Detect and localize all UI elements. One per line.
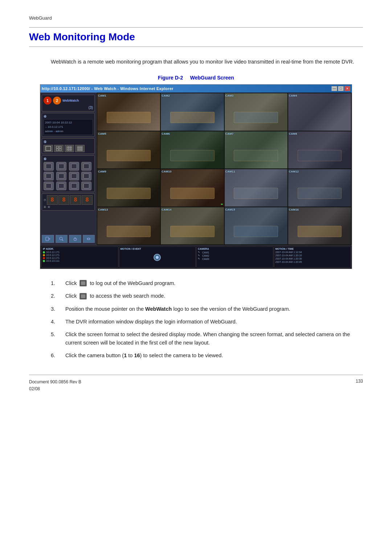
num6-label: ⑥ — [44, 157, 93, 161]
search-btn[interactable] — [56, 235, 68, 243]
camera-cell-8[interactable]: CAM8 — [288, 131, 351, 169]
cam-range-end: 16 — [134, 353, 140, 358]
svg-rect-17 — [82, 146, 82, 147]
cam-btn-3[interactable] — [69, 162, 79, 171]
instruction-text-2: Click to access the web search mode. — [65, 292, 356, 300]
cam-btn-10[interactable] — [56, 182, 66, 190]
cam-btn-4[interactable] — [81, 162, 91, 171]
digit-btn-1[interactable]: 8 — [47, 195, 58, 205]
cam-label-13: CAM13 — [98, 208, 108, 211]
camera-cell-7[interactable]: CAM7 — [225, 131, 287, 169]
info-line-2: -- 10.0.12.171 — [45, 125, 91, 129]
webwatch-label: WebWatch — [62, 99, 79, 102]
cam-btn-2[interactable] — [56, 162, 66, 171]
logo-circle-1[interactable]: 1 — [44, 97, 52, 105]
camera-cell-1[interactable]: CAM1 — [97, 93, 160, 131]
svg-rect-12 — [69, 150, 70, 151]
dvr-sidebar: 1 2 WebWatch (3) ④ 2007-10-04 10:22:12 -… — [40, 93, 97, 245]
camera-cell-16[interactable]: CAM16 — [288, 207, 351, 245]
status-col-ip-title: IP ADDR. — [43, 248, 117, 250]
cam-btn-9[interactable] — [44, 182, 54, 190]
camera-cell-2[interactable]: CAM2 — [161, 93, 224, 131]
cam-btn-7[interactable] — [69, 172, 79, 180]
logout-btn[interactable] — [42, 235, 54, 243]
num5-label: ⑤ — [44, 140, 93, 144]
instruction-text-5: Click the screen format to select the de… — [65, 330, 356, 347]
camera-cell-14[interactable]: CAM14 — [161, 207, 224, 245]
instruction-num-3: 3. — [51, 305, 65, 313]
svg-rect-29 — [82, 150, 82, 151]
cam-label-8: CAM8 — [289, 132, 297, 135]
cam-label-5: CAM5 — [98, 132, 106, 135]
svg-rect-19 — [79, 148, 80, 149]
camera-cell-15[interactable]: CAM15 — [225, 207, 287, 245]
status-cam-row-2: ✎ CAM2 — [198, 254, 272, 257]
cam-label-10: CAM10 — [162, 170, 171, 173]
digit-btn-4[interactable]: 8 — [82, 195, 93, 205]
svg-rect-23 — [79, 149, 80, 150]
num9-label: ⑨ — [48, 205, 50, 209]
layout-1x1-btn[interactable] — [44, 145, 53, 152]
bottom-title-rule — [29, 46, 363, 47]
digit-btn-3[interactable]: 8 — [70, 195, 81, 205]
cam-btn-1[interactable] — [44, 162, 54, 171]
footer-doc: Document 900.0856 Rev B — [29, 379, 81, 386]
layout-2x2-btn[interactable] — [54, 145, 64, 152]
cam-label-4: CAM4 — [289, 94, 297, 97]
svg-rect-2 — [59, 146, 61, 148]
cam-btn-5[interactable] — [44, 172, 54, 180]
dvr-digit-section: ⑦ 8 8 8 8 ⑧ ⑨ — [42, 194, 95, 211]
camera-cell-12[interactable]: CAM12 — [288, 169, 351, 207]
svg-rect-15 — [79, 146, 80, 147]
instruction-4: 4. The DVR information window displays t… — [51, 318, 356, 326]
footer-rule — [29, 375, 363, 375]
cam-label-12: CAM12 — [289, 170, 299, 173]
cam-label-9: CAM9 — [98, 170, 106, 173]
camera-cell-4[interactable]: CAM4 — [288, 93, 351, 131]
status-col-camera: CAMERA ✎ CAM1 ✎ CAM2 ✎ CAM3 — [196, 247, 273, 268]
camera-cell-6[interactable]: CAM6 — [161, 131, 224, 169]
figure-title: WebGuard Screen — [190, 75, 234, 81]
status-time-4: 2007-10-04 AM 1:20:45 — [275, 261, 350, 263]
status-dot-3 — [43, 257, 45, 259]
logo-circle-2[interactable]: 2 — [53, 97, 61, 105]
svg-rect-6 — [69, 146, 70, 148]
camera-cell-5[interactable]: CAM5 — [97, 131, 160, 169]
svg-rect-18 — [77, 148, 78, 149]
camera-cell-10[interactable]: CAM10 ⬅ — [161, 169, 224, 207]
svg-rect-1 — [56, 146, 58, 148]
digit-btn-2[interactable]: 8 — [58, 195, 69, 205]
num7-label: ⑦ — [44, 199, 46, 202]
instruction-num-2: 2. — [51, 292, 65, 300]
svg-rect-26 — [77, 150, 78, 151]
cam-btn-12[interactable] — [81, 182, 91, 190]
svg-rect-22 — [77, 149, 78, 150]
svg-rect-33 — [87, 238, 90, 240]
camera-cell-9[interactable]: CAM9 — [97, 169, 160, 207]
dvr-cambuttons-section: ⑥ — [42, 155, 95, 192]
layout-4x4-btn[interactable] — [75, 145, 85, 152]
footer-date: 02/08 — [29, 386, 81, 392]
instruction-text-1: Click to log out of the WebGuard program… — [65, 279, 356, 288]
power-btn[interactable] — [69, 235, 81, 243]
ie-minimize-btn[interactable]: — — [331, 86, 337, 91]
ie-restore-btn[interactable]: □ — [338, 86, 344, 91]
camera-cell-3[interactable]: CAM3 — [225, 93, 287, 131]
cam-btn-6[interactable] — [56, 172, 66, 180]
settings-btn[interactable] — [83, 235, 95, 243]
camera-cell-13[interactable]: CAM13 — [97, 207, 160, 245]
svg-rect-10 — [70, 148, 72, 150]
status-col-ip: IP ADDR. 10.0.12.171 10.0.12.171 10.0.12… — [41, 247, 118, 268]
cam-btn-8[interactable] — [81, 172, 91, 180]
layout-3x3-btn[interactable] — [65, 145, 74, 152]
top-rule — [29, 27, 363, 28]
status-row-1: 10.0.12.171 — [43, 251, 117, 253]
ie-close-btn[interactable]: ✕ — [344, 86, 350, 91]
svg-rect-25 — [82, 149, 82, 150]
dvr-screen: 1 2 WebWatch (3) ④ 2007-10-04 10:22:12 -… — [40, 93, 352, 245]
status-cam-1: CAM1 — [202, 251, 209, 254]
svg-rect-5 — [67, 146, 68, 148]
camera-cell-11[interactable]: CAM11 — [225, 169, 287, 207]
svg-rect-21 — [82, 148, 82, 149]
cam-btn-11[interactable] — [69, 182, 79, 190]
